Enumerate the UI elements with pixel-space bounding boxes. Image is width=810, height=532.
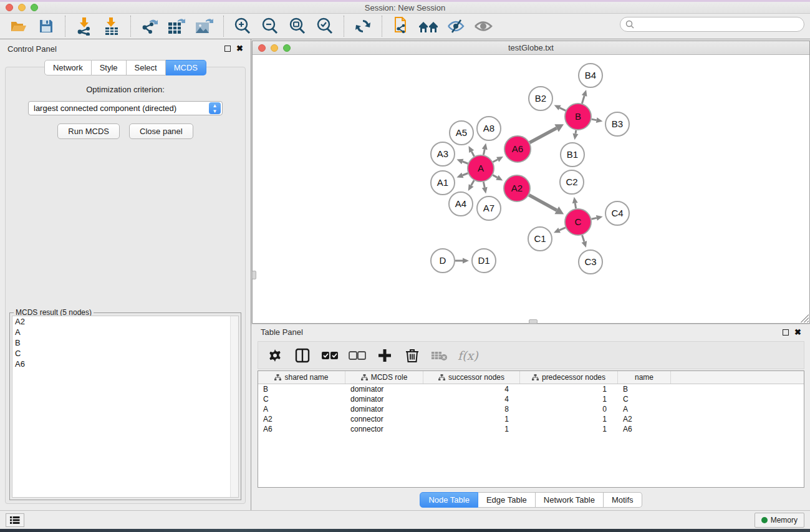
result-item[interactable]: C: [12, 348, 238, 359]
edge-A-A1[interactable]: [463, 173, 468, 175]
edge-A-A4[interactable]: [471, 180, 475, 185]
close-panel-icon[interactable]: ✖: [236, 46, 243, 52]
delete-column-icon[interactable]: [403, 346, 422, 365]
panel-menu-button[interactable]: [6, 513, 24, 527]
refresh-layout-icon[interactable]: [352, 16, 374, 36]
save-session-icon[interactable]: [36, 16, 57, 36]
table-row[interactable]: A2connector11A2: [258, 414, 804, 424]
edge-A-A5[interactable]: [471, 152, 474, 157]
result-item[interactable]: A: [12, 327, 238, 337]
edge-A-A8[interactable]: [483, 149, 485, 155]
tab-select[interactable]: Select: [127, 60, 166, 75]
network-graph[interactable]: B4B2BB3A5A8A6B1A3AA1C2A2A4A7C4CC1DD1C3: [253, 55, 809, 323]
edge-C-C4[interactable]: [591, 218, 596, 219]
resize-grip-icon[interactable]: [801, 314, 809, 322]
column-visibility-icon[interactable]: [293, 346, 312, 365]
edge-A-A7[interactable]: [483, 182, 485, 188]
table-settings-icon[interactable]: [266, 346, 284, 365]
new-network-icon[interactable]: [390, 16, 412, 36]
zoom-fit-icon[interactable]: [287, 16, 308, 36]
cell[interactable]: 4: [423, 385, 520, 394]
cell[interactable]: 4: [423, 395, 520, 404]
cell[interactable]: 1: [520, 385, 618, 394]
edge-C-C1[interactable]: [559, 228, 566, 230]
table-row[interactable]: Bdominator41B: [258, 384, 804, 394]
column-header-name[interactable]: name: [618, 371, 671, 384]
zoom-out-icon[interactable]: [259, 16, 281, 36]
cell[interactable]: 0: [520, 405, 618, 414]
show-all-icon[interactable]: [473, 16, 494, 36]
edge-A6-B[interactable]: [529, 128, 556, 142]
cell[interactable]: C: [618, 395, 671, 404]
cell[interactable]: dominator: [345, 395, 423, 404]
cell[interactable]: A2: [258, 415, 345, 423]
cell[interactable]: 1: [423, 425, 520, 433]
add-column-icon[interactable]: [375, 346, 394, 365]
table-row[interactable]: A6connector11A6: [258, 424, 804, 434]
edge-B-B1[interactable]: [576, 130, 576, 134]
mcds-result-list[interactable]: A2ABCA6: [12, 316, 239, 498]
table-row[interactable]: Cdominator41C: [258, 394, 804, 404]
edge-C-C3[interactable]: [582, 235, 584, 242]
bottom-edge-grip[interactable]: [529, 319, 538, 324]
tab-network-table[interactable]: Network Table: [536, 492, 604, 508]
cell[interactable]: 1: [520, 415, 618, 423]
column-header-MCDS-role[interactable]: MCDS role: [345, 371, 423, 384]
hide-selected-icon[interactable]: [445, 16, 466, 36]
cell[interactable]: 1: [520, 395, 618, 404]
edge-B-B4[interactable]: [582, 96, 584, 104]
cell[interactable]: connector: [345, 425, 423, 433]
open-file-icon[interactable]: [8, 16, 29, 36]
memory-button[interactable]: Memory: [755, 513, 804, 528]
column-header-successor-nodes[interactable]: successor nodes: [423, 371, 520, 384]
criterion-select[interactable]: largest connected component (directed) ▲…: [28, 101, 223, 115]
edge-A-A3[interactable]: [463, 162, 468, 163]
result-item[interactable]: A6: [12, 359, 238, 369]
function-builder-icon[interactable]: f(x): [458, 349, 478, 362]
tab-mcds[interactable]: MCDS: [166, 60, 206, 75]
cell[interactable]: B: [618, 385, 671, 394]
search-input[interactable]: [637, 18, 804, 31]
export-table-icon[interactable]: [166, 16, 188, 36]
cell[interactable]: A6: [618, 425, 671, 433]
cell[interactable]: A: [258, 405, 345, 414]
export-network-icon[interactable]: [139, 16, 160, 36]
close-panel-button[interactable]: Close panel: [129, 123, 193, 139]
deselect-all-icon[interactable]: [348, 346, 367, 365]
network-window-titlebar[interactable]: testGlobe.txt: [253, 41, 809, 55]
select-all-icon[interactable]: [321, 346, 339, 365]
edge-A-A6[interactable]: [493, 160, 498, 162]
tab-edge-table[interactable]: Edge Table: [478, 492, 536, 508]
tab-motifs[interactable]: Motifs: [604, 492, 642, 508]
cell[interactable]: connector: [345, 415, 423, 423]
tab-network[interactable]: Network: [44, 60, 92, 75]
zoom-selected-icon[interactable]: [314, 16, 335, 36]
result-item[interactable]: B: [12, 337, 238, 348]
result-item[interactable]: A2: [12, 316, 238, 327]
network-canvas[interactable]: B4B2BB3A5A8A6B1A3AA1C2A2A4A7C4CC1DD1C3: [253, 55, 809, 323]
cell[interactable]: A2: [618, 415, 671, 423]
cell[interactable]: B: [258, 385, 345, 394]
table-row[interactable]: Adominator80A: [258, 404, 804, 414]
cell[interactable]: 1: [423, 415, 520, 423]
float-table-panel-icon[interactable]: [783, 329, 789, 336]
cell[interactable]: dominator: [345, 385, 423, 394]
cell[interactable]: 1: [520, 425, 618, 433]
cell[interactable]: C: [258, 395, 345, 404]
column-header-shared-name[interactable]: shared name: [258, 371, 345, 384]
tab-node-table[interactable]: Node Table: [420, 492, 478, 508]
zoom-in-icon[interactable]: [232, 16, 253, 36]
column-header-predecessor-nodes[interactable]: predecessor nodes: [520, 371, 618, 384]
edge-B-B3[interactable]: [592, 119, 597, 120]
cell[interactable]: dominator: [345, 405, 423, 414]
edge-B-B2[interactable]: [560, 108, 566, 111]
first-neighbors-icon[interactable]: [418, 16, 439, 36]
edge-A-A2[interactable]: [493, 175, 497, 178]
left-edge-grip[interactable]: [252, 271, 256, 279]
result-scrollbar[interactable]: [230, 316, 238, 497]
cell[interactable]: 8: [423, 405, 520, 414]
edge-A2-C[interactable]: [529, 195, 557, 211]
float-panel-icon[interactable]: [224, 46, 231, 52]
delete-table-icon[interactable]: [430, 346, 449, 365]
edge-C-C2[interactable]: [575, 203, 576, 209]
